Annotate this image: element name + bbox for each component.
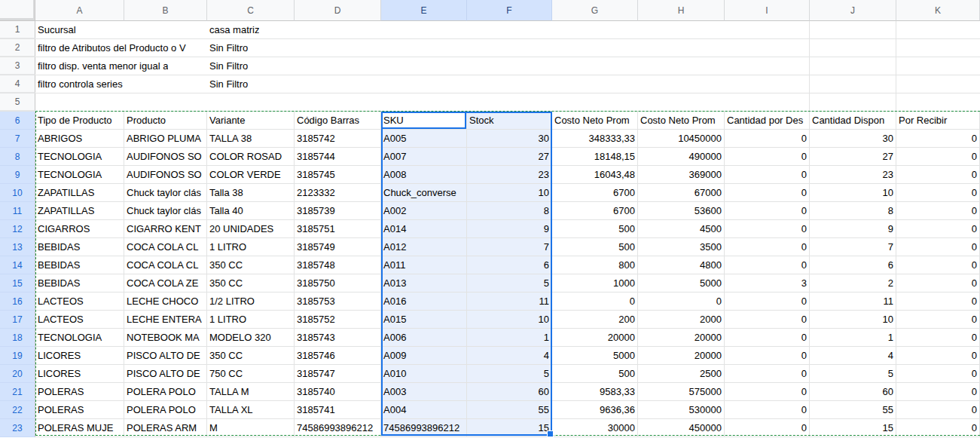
cell-K18[interactable]: 0: [896, 329, 980, 347]
cell-B11[interactable]: Chuck taylor clás: [124, 202, 207, 220]
cell-I14[interactable]: 0: [725, 256, 810, 274]
cell-I22[interactable]: 0: [725, 401, 810, 419]
row-header-8[interactable]: 8: [0, 148, 35, 166]
cell-D19[interactable]: 3185746: [295, 347, 381, 365]
cell-C11[interactable]: Talla 40: [207, 202, 295, 220]
cell-E6[interactable]: SKU: [381, 112, 467, 130]
row-header-12[interactable]: 12: [0, 220, 35, 238]
cell-H12[interactable]: 4500: [638, 220, 725, 238]
cell-E13[interactable]: A012: [381, 238, 467, 256]
cell-K21[interactable]: 0: [896, 383, 980, 401]
cell-E20[interactable]: A010: [381, 365, 467, 383]
cell-J14[interactable]: 6: [810, 256, 896, 274]
cell-F9[interactable]: 23: [467, 166, 552, 184]
cell-E22[interactable]: A004: [381, 401, 467, 419]
select-all-corner[interactable]: [0, 0, 35, 21]
cell-F12[interactable]: 9: [467, 220, 552, 238]
cell-J17[interactable]: 10: [810, 311, 896, 329]
cell-F21[interactable]: 60: [467, 383, 552, 401]
row-header-7[interactable]: 7: [0, 130, 35, 148]
cell-D15[interactable]: 3185750: [295, 274, 381, 293]
cell-D17[interactable]: 3185752: [295, 311, 381, 329]
cell-F7[interactable]: 30: [467, 130, 552, 148]
cell-B12[interactable]: CIGARRO KENT: [124, 220, 207, 238]
cell-H11[interactable]: 53600: [638, 202, 725, 220]
column-header-A[interactable]: A: [35, 0, 124, 21]
cell-G21[interactable]: 9583,33: [552, 383, 638, 401]
cell-I8[interactable]: 0: [725, 148, 810, 166]
cell-A11[interactable]: ZAPATILLAS: [35, 202, 124, 220]
cell-K16[interactable]: 0: [896, 293, 980, 311]
row-header-22[interactable]: 22: [0, 401, 35, 419]
cell-H16[interactable]: 0: [638, 293, 725, 311]
cell-F22[interactable]: 55: [467, 401, 552, 419]
cell-A10[interactable]: ZAPATILLAS: [35, 184, 124, 202]
row-header-6[interactable]: 6: [0, 112, 35, 130]
row-header-13[interactable]: 13: [0, 238, 35, 256]
cell-C13[interactable]: 1 LITRO: [207, 238, 295, 256]
cell-C21[interactable]: TALLA M: [207, 383, 295, 401]
cell-K10[interactable]: 0: [896, 184, 980, 202]
cell-G15[interactable]: 1000: [552, 274, 638, 293]
row-header-11[interactable]: 11: [0, 202, 35, 220]
cell-F6[interactable]: Stock: [467, 112, 552, 130]
cell-B7[interactable]: ABRIGO PLUMA: [124, 130, 207, 148]
cell-G8[interactable]: 18148,15: [552, 148, 638, 166]
cell-G9[interactable]: 16043,48: [552, 166, 638, 184]
cell-C15[interactable]: 350 CC: [207, 274, 295, 293]
cell-E18[interactable]: A006: [381, 329, 467, 347]
row-header-15[interactable]: 15: [0, 274, 35, 293]
cell-D7[interactable]: 3185742: [295, 130, 381, 148]
cell-E15[interactable]: A013: [381, 274, 467, 293]
column-header-K[interactable]: K: [896, 0, 980, 21]
cell-H10[interactable]: 67000: [638, 184, 725, 202]
cell-B16[interactable]: LECHE CHOCO: [124, 293, 207, 311]
cell-B6[interactable]: Producto: [124, 112, 207, 130]
column-header-B[interactable]: B: [124, 0, 207, 21]
cell-A13[interactable]: BEBIDAS: [35, 238, 124, 256]
cell-F20[interactable]: 5: [467, 365, 552, 383]
cell-K15[interactable]: 0: [896, 274, 980, 293]
cell-J19[interactable]: 4: [810, 347, 896, 365]
cell-I15[interactable]: 3: [725, 274, 810, 293]
cell-H22[interactable]: 530000: [638, 401, 725, 419]
cell-I11[interactable]: 0: [725, 202, 810, 220]
cell-I10[interactable]: 0: [725, 184, 810, 202]
cell-G16[interactable]: 0: [552, 293, 638, 311]
cell-K12[interactable]: 0: [896, 220, 980, 238]
cell-F19[interactable]: 4: [467, 347, 552, 365]
cell-C14[interactable]: 350 CC: [207, 256, 295, 274]
cell-B9[interactable]: AUDIFONOS SO: [124, 166, 207, 184]
cell-F14[interactable]: 6: [467, 256, 552, 274]
column-header-J[interactable]: J: [810, 0, 896, 21]
cell-E8[interactable]: A007: [381, 148, 467, 166]
cell-B20[interactable]: PISCO ALTO DE: [124, 365, 207, 383]
cell-G13[interactable]: 500: [552, 238, 638, 256]
cell-J8[interactable]: 27: [810, 148, 896, 166]
cell-H6[interactable]: Costo Neto Prom: [638, 112, 725, 130]
cell-E21[interactable]: A003: [381, 383, 467, 401]
cell-B19[interactable]: PISCO ALTO DE: [124, 347, 207, 365]
cell-D10[interactable]: 2123332: [295, 184, 381, 202]
cell-D9[interactable]: 3185745: [295, 166, 381, 184]
cell-J22[interactable]: 55: [810, 401, 896, 419]
cell-A21[interactable]: POLERAS: [35, 383, 124, 401]
cell-A8[interactable]: TECNOLOGIA: [35, 148, 124, 166]
cell-G7[interactable]: 348333,33: [552, 130, 638, 148]
cell-G10[interactable]: 6700: [552, 184, 638, 202]
cell-D14[interactable]: 3185748: [295, 256, 381, 274]
row-header-5[interactable]: 5: [0, 93, 35, 111]
cell-I12[interactable]: 0: [725, 220, 810, 238]
column-header-F[interactable]: F: [467, 0, 552, 21]
cell-B22[interactable]: POLERA POLO: [124, 401, 207, 419]
cell-E19[interactable]: A009: [381, 347, 467, 365]
cell-K14[interactable]: 0: [896, 256, 980, 274]
cell-J11[interactable]: 8: [810, 202, 896, 220]
column-header-D[interactable]: D: [295, 0, 381, 21]
cell-J10[interactable]: 10: [810, 184, 896, 202]
cell-D16[interactable]: 3185753: [295, 293, 381, 311]
cell-G14[interactable]: 800: [552, 256, 638, 274]
cell-G17[interactable]: 200: [552, 311, 638, 329]
cell-D18[interactable]: 3185743: [295, 329, 381, 347]
cell-I9[interactable]: 0: [725, 166, 810, 184]
